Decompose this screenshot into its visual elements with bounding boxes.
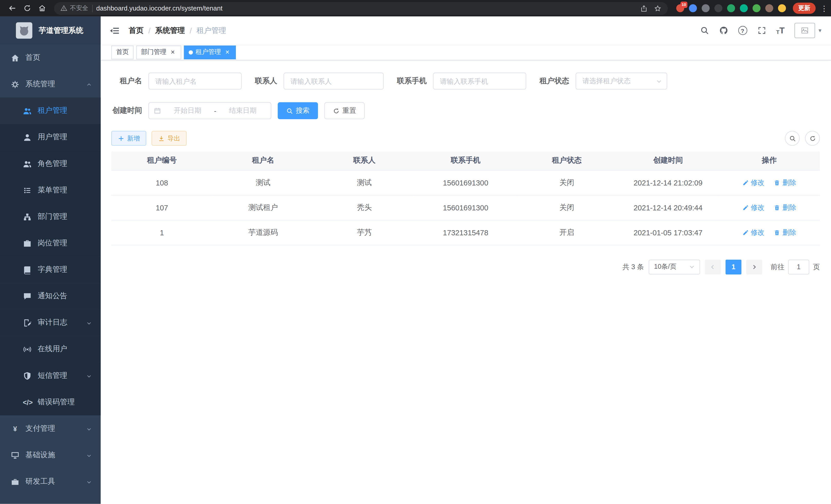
address-bar[interactable]: 不安全 dashboard.yudao.iocoder.cn/system/te… [54,2,667,14]
extension-icon-2[interactable] [689,4,697,12]
sidebar-item-payment[interactable]: ¥ 支付管理 [0,415,101,442]
search-icon[interactable] [700,26,709,35]
extension-icon-8[interactable] [765,4,773,12]
refresh-icon [809,135,816,142]
active-tab-dot [189,50,193,55]
sidebar-collapse-button[interactable] [109,25,120,36]
total-count: 共 3 条 [622,262,644,271]
tab-label: 租户管理 [196,48,221,57]
extension-badge: 10 [681,2,688,8]
extension-icon-6[interactable] [740,4,748,12]
sidebar-item-system[interactable]: 系统管理 [0,71,101,97]
top-navbar: 首页 / 系统管理 / 租户管理 ? TT ▾ [101,17,831,45]
edit-link[interactable]: 修改 [742,228,765,237]
sidebar-item-sms[interactable]: 短信管理 [0,362,101,389]
app-logo-row[interactable]: 芋道管理系统 [0,17,101,45]
chevron-right-icon [751,264,757,270]
goto-page-input[interactable] [788,260,809,274]
tab-dept[interactable]: 部门管理 × [136,45,181,59]
extension-icon-3[interactable] [702,4,710,12]
refresh-table-button[interactable] [805,131,820,146]
browser-menu-icon[interactable]: ⋮ [821,4,826,12]
roles-icon [23,159,32,168]
delete-link[interactable]: 删除 [774,203,796,212]
chevron-down-icon [688,263,695,270]
github-icon[interactable] [719,26,728,35]
tenant-name-input[interactable] [148,73,242,90]
sidebar-item-notice[interactable]: 通知公告 [0,283,101,309]
sidebar-item-user[interactable]: 用户管理 [0,124,101,151]
add-button[interactable]: 新增 [111,131,146,146]
tab-home[interactable]: 首页 [111,45,134,59]
extension-icon-7[interactable] [753,4,761,12]
bookmark-star-icon[interactable] [654,5,661,12]
edit-link[interactable]: 修改 [742,203,765,212]
cell-status: 开启 [516,220,618,245]
fullscreen-icon[interactable] [757,26,766,35]
breadcrumb-home[interactable]: 首页 [129,26,144,35]
close-icon[interactable]: × [224,49,231,56]
show-search-toggle-button[interactable] [785,131,800,146]
sidebar-item-label: 用户管理 [37,132,67,142]
sidebar-item-online-user[interactable]: 在线用户 [0,336,101,362]
extension-icon-1[interactable]: 10 [676,4,684,12]
contact-input[interactable] [283,73,384,90]
browser-back-button[interactable] [5,1,19,15]
date-range-picker[interactable]: 开始日期 - 结束日期 [148,102,271,119]
status-label: 租户状态 [540,76,569,86]
security-status[interactable]: 不安全 [60,4,88,12]
close-icon[interactable]: × [169,49,176,56]
cell-status: 关闭 [516,170,618,195]
navbar-actions: ? TT ▾ [700,23,822,38]
browser-home-button[interactable] [35,1,49,15]
cell-tenant-id: 108 [111,170,212,195]
export-button[interactable]: 导出 [152,131,187,146]
sidebar-item-menu[interactable]: 菜单管理 [0,177,101,203]
cell-phone: 15601691300 [415,195,516,220]
sidebar-item-devtools[interactable]: 研发工具 [0,468,101,495]
col-created: 创建时间 [618,152,719,170]
page-number-button[interactable]: 1 [726,260,742,274]
table-row: 107 测试租户 秃头 15601691300 关闭 2021-12-14 20… [111,195,820,220]
sidebar-item-label: 基础设施 [25,450,55,460]
help-icon[interactable]: ? [738,26,747,35]
sidebar-item-dept[interactable]: 部门管理 [0,203,101,230]
sidebar-item-error-code[interactable]: </> 错误码管理 [0,389,101,415]
url-text: dashboard.yudao.iocoder.cn/system/tenant [96,5,636,12]
sidebar-item-infra[interactable]: 基础设施 [0,442,101,468]
sidebar-item-label: 部门管理 [37,212,67,221]
sidebar-item-post[interactable]: 岗位管理 [0,230,101,256]
sidebar-item-audit-log[interactable]: 审计日志 [0,309,101,336]
delete-link[interactable]: 删除 [774,178,796,187]
user-avatar-menu[interactable]: ▾ [795,23,822,38]
browser-toolbar: 不安全 dashboard.yudao.iocoder.cn/system/te… [0,0,831,17]
sidebar-item-tenant[interactable]: 租户管理 [0,98,101,124]
browser-update-button[interactable]: 更新 [793,3,816,13]
share-icon[interactable] [640,5,648,12]
phone-input[interactable] [433,73,526,90]
next-page-button[interactable] [746,260,762,274]
table-row: 1 芋道源码 芋艿 17321315478 开启 2021-01-05 17:0… [111,220,820,245]
broken-image-icon [801,26,809,34]
page-size-select[interactable]: 10条/页 [649,260,700,274]
font-size-icon[interactable]: TT [776,26,785,35]
delete-link[interactable]: 删除 [774,228,796,237]
table-toolbar: 新增 导出 [111,131,820,146]
chevron-up-icon [86,81,92,88]
plus-icon [118,135,125,142]
edit-icon [742,204,749,211]
tab-tenant[interactable]: 租户管理 × [184,45,236,59]
edit-link[interactable]: 修改 [742,178,765,187]
search-button[interactable]: 搜索 [278,102,318,119]
sidebar-item-home[interactable]: 首页 [0,45,101,71]
browser-reload-button[interactable] [20,1,34,15]
sidebar-item-dict[interactable]: 字典管理 [0,256,101,283]
prev-page-button[interactable] [705,260,721,274]
extension-icon-5[interactable] [727,4,735,12]
reset-button[interactable]: 重置 [324,102,365,119]
breadcrumb-system[interactable]: 系统管理 [155,26,185,35]
extension-icon-9[interactable] [778,4,786,12]
status-select[interactable]: 请选择租户状态 [576,73,667,90]
extension-icon-4[interactable] [714,4,722,12]
sidebar-item-role[interactable]: 角色管理 [0,151,101,177]
